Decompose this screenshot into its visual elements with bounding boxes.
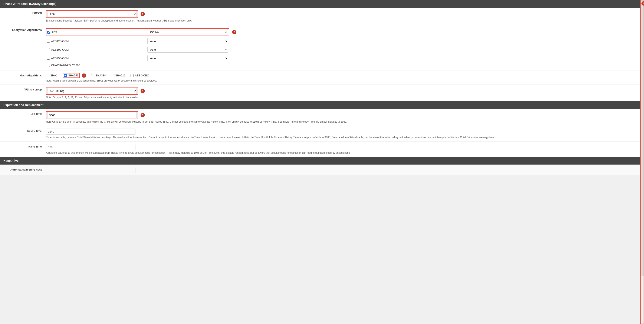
lifetime-row: Life Time 5 Hard Child SA life time, in … <box>0 109 640 126</box>
aes256gcm-checkbox[interactable] <box>47 57 50 60</box>
sha1-checkbox[interactable] <box>46 74 49 77</box>
sha512-item: SHA512 <box>111 74 126 77</box>
callout-6: 6 <box>642 1 644 5</box>
rekey-help: Time, in seconds, before a Child SA esta… <box>46 135 636 139</box>
lifetime-control: 5 Hard Child SA life time, in seconds, a… <box>46 111 636 124</box>
pfs-control: off 1 (768 bit) 2 (1024 bit) 5 (1536 bit… <box>46 87 636 99</box>
callout-2: 2 <box>232 30 236 34</box>
aes192gcm-label: AES192-GCM <box>51 48 90 51</box>
hash-note: Note: Hash is ignored with GCM algorithm… <box>46 79 636 82</box>
sha1-label: SHA1 <box>50 74 58 77</box>
rekey-row: Rekey Time Time, in seconds, before a Ch… <box>0 126 640 142</box>
protocol-select[interactable]: ESP AH <box>47 11 137 17</box>
protocol-control: ESP AH 1 Encapsulating Security Payload … <box>46 10 636 22</box>
sha1-item: SHA1 <box>46 74 58 77</box>
protocol-highlight: ESP AH <box>46 10 138 18</box>
expiration-header: Expiration and Replacement <box>0 101 640 109</box>
sha384-item: SHA384 <box>91 74 106 77</box>
sha384-label: SHA384 <box>96 74 106 77</box>
phase2-form: Protocol ESP AH 1 Encapsulating Security… <box>0 8 640 101</box>
aes192gcm-enc-row: AES192-GCM Auto 128 bits 192 bits 256 bi… <box>46 45 636 54</box>
auto-ping-row: Automatically ping host <box>0 165 640 175</box>
protocol-help: Encapsulating Security Payload (ESP) per… <box>46 19 636 22</box>
sha512-checkbox[interactable] <box>111 74 114 77</box>
scrollbar-red-border: 6 <box>640 0 644 324</box>
rand-help: A random value up to this amount will be… <box>46 151 636 155</box>
rekey-label: Rekey Time <box>4 128 46 133</box>
aes128gcm-enc-row: AES128-GCM Auto 128 bits 192 bits 256 bi… <box>46 37 636 45</box>
aes256gcm-select[interactable]: Auto 128 bits 192 bits 256 bits <box>147 55 228 61</box>
aes-highlight: AES 64 bits 128 bits 192 bits 256 bits <box>46 28 229 36</box>
lifetime-highlight <box>46 111 138 119</box>
auto-ping-control <box>46 167 636 173</box>
encryption-control: AES 64 bits 128 bits 192 bits 256 bits <box>46 27 636 68</box>
callout-3: 3 <box>82 73 86 78</box>
aes192gcm-select[interactable]: Auto 128 bits 192 bits 256 bits <box>147 47 228 52</box>
hash-label: Hash Algorithms <box>4 73 46 77</box>
auto-ping-label: Automatically ping host <box>4 167 46 171</box>
auto-ping-input[interactable] <box>46 167 136 173</box>
rekey-input[interactable] <box>46 129 136 135</box>
aes-checkbox[interactable] <box>47 31 50 34</box>
sha256-highlight: SHA256 <box>62 73 80 78</box>
keepalive-header: Keep Alive <box>0 157 640 165</box>
aes-bits-select[interactable]: 64 bits 128 bits 192 bits 256 bits <box>147 29 228 35</box>
sha384-checkbox[interactable] <box>91 74 94 77</box>
chacha20-checkbox[interactable] <box>47 64 50 67</box>
protocol-row: Protocol ESP AH 1 Encapsulating Security… <box>0 8 640 25</box>
chacha20-label: CHACHA20-POLY1305 <box>51 64 90 67</box>
lifetime-label: Life Time <box>4 111 46 115</box>
rand-input[interactable] <box>46 144 136 150</box>
aes128gcm-select[interactable]: Auto 128 bits 192 bits 256 bits <box>147 38 228 44</box>
aesxcbc-label: AES-XCBC <box>135 74 149 77</box>
callout-1: 1 <box>140 12 145 16</box>
page-wrapper: Phase 2 Proposal (SA/Key Exchange) Proto… <box>0 0 644 324</box>
sha256-checkbox[interactable] <box>64 74 67 77</box>
aes256gcm-enc-row: AES256-GCM Auto 128 bits 192 bits 256 bi… <box>46 54 636 62</box>
pfs-note: Note: Groups 1, 2, 5, 22, 23, and 24 pro… <box>46 96 636 99</box>
pfs-row: PFS key group off 1 (768 bit) 2 (1024 bi… <box>0 84 640 101</box>
hash-control: SHA1 SHA256 3 SH <box>46 73 636 82</box>
rand-row: Rand Time A random value up to this amou… <box>0 142 640 157</box>
protocol-label: Protocol <box>4 10 46 14</box>
rand-label: Rand Time <box>4 144 46 148</box>
main-content: Phase 2 Proposal (SA/Key Exchange) Proto… <box>0 0 640 324</box>
aes128gcm-label: AES128-GCM <box>51 40 90 43</box>
encryption-row: Encryption Algorithms AES 64 bits <box>0 25 640 70</box>
aes192gcm-checkbox[interactable] <box>47 48 50 51</box>
keepalive-form: Automatically ping host <box>0 165 640 175</box>
pfs-label: PFS key group <box>4 87 46 91</box>
aes256gcm-label: AES256-GCM <box>51 57 90 60</box>
pfs-highlight: off 1 (768 bit) 2 (1024 bit) 5 (1536 bit… <box>46 87 138 95</box>
expiration-form: Life Time 5 Hard Child SA life time, in … <box>0 109 640 157</box>
aesxcbc-checkbox[interactable] <box>130 74 134 77</box>
rand-control: A random value up to this amount will be… <box>46 144 636 155</box>
aesxcbc-item: AES-XCBC <box>130 74 149 77</box>
encryption-label: Encryption Algorithms <box>4 27 46 31</box>
phase2-header: Phase 2 Proposal (SA/Key Exchange) <box>0 0 640 8</box>
sha256-label: SHA256 <box>68 74 78 77</box>
sha256-item: SHA256 3 <box>62 73 86 78</box>
callout-5: 5 <box>140 113 145 117</box>
callout-4: 4 <box>140 89 145 93</box>
right-scrollbar-area: 6 <box>640 0 644 324</box>
pfs-select[interactable]: off 1 (768 bit) 2 (1024 bit) 5 (1536 bit… <box>47 88 137 94</box>
hash-row: Hash Algorithms SHA1 SHA256 <box>0 70 640 84</box>
chacha20-enc-row: CHACHA20-POLY1305 <box>46 62 636 68</box>
lifetime-input[interactable] <box>47 112 137 118</box>
sha512-label: SHA512 <box>115 74 126 77</box>
aes-enc-row: AES 64 bits 128 bits 192 bits 256 bits <box>46 27 636 37</box>
rekey-control: Time, in seconds, before a Child SA esta… <box>46 128 636 139</box>
hash-algorithms-row: SHA1 SHA256 3 SH <box>46 73 636 78</box>
aes-label: AES <box>52 31 90 34</box>
lifetime-help: Hard Child SA life time, in seconds, aft… <box>46 120 636 124</box>
aes128gcm-checkbox[interactable] <box>47 40 50 42</box>
